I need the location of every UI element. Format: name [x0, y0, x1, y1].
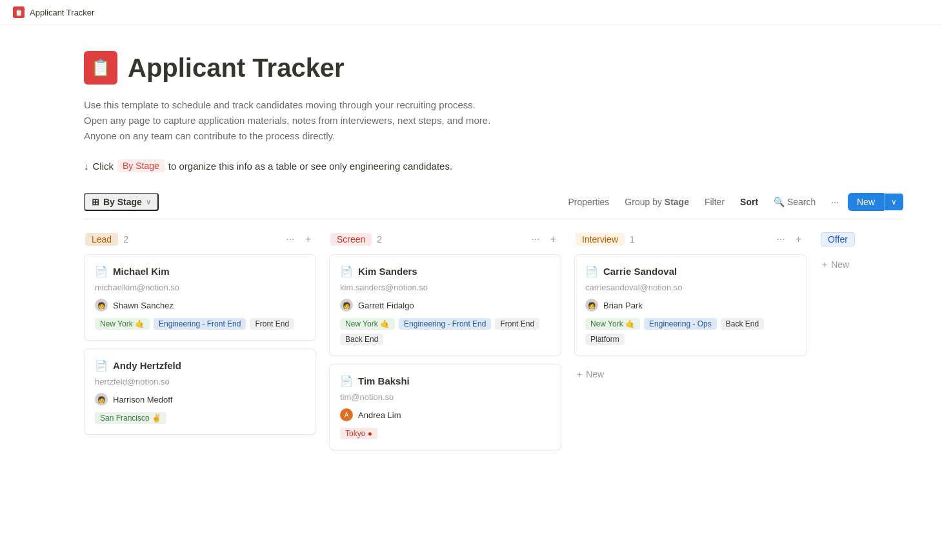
doc-icon: 📄: [95, 265, 108, 277]
new-card-offer-button[interactable]: + New: [819, 254, 903, 275]
avatar-brian: 🧑: [585, 299, 598, 312]
doc-icon: 📄: [95, 359, 108, 372]
tag-location: New York 🤙: [340, 318, 395, 330]
card-tags-michael-kim: New York 🤙 Engineering - Front End Front…: [95, 318, 305, 330]
tag-skill-frontend: Front End: [495, 318, 539, 330]
card-person-carrie: 🧑 Brian Park: [585, 299, 796, 312]
card-email-andy: hertzfeld@notion.so: [95, 377, 305, 386]
tag-location: San Francisco ✌: [95, 412, 166, 424]
more-options-button[interactable]: ···: [825, 194, 845, 210]
avatar-shawn: 🧑: [95, 299, 108, 312]
column-more-screen[interactable]: ···: [527, 232, 543, 246]
column-add-lead[interactable]: +: [301, 232, 315, 246]
avatar-garrett: 🧑: [340, 299, 353, 312]
column-add-screen[interactable]: +: [546, 232, 560, 246]
column-count-screen: 2: [377, 234, 522, 245]
card-tags-carrie: New York 🤙 Engineering - Ops Back End Pl…: [585, 318, 796, 345]
page-description: Use this template to schedule and track …: [84, 97, 903, 144]
view-icon: ⊞: [92, 197, 99, 207]
card-email-carrie: carriesandoval@notion.so: [585, 283, 796, 292]
new-card-label: New: [586, 369, 604, 379]
stage-badge-screen: Screen: [330, 233, 372, 246]
page-title: Applicant Tracker: [128, 54, 345, 83]
card-carrie-sandoval[interactable]: 📄 Carrie Sandoval carriesandoval@notion.…: [574, 254, 807, 356]
view-label: By Stage: [103, 197, 142, 207]
page-header: 📋 Applicant Tracker: [84, 51, 903, 85]
hint-text-1: Click: [93, 161, 114, 172]
search-label: Search: [787, 197, 816, 207]
person-name: Shawn Sanchez: [113, 301, 174, 310]
doc-icon: 📄: [340, 265, 353, 277]
plus-icon: +: [577, 369, 582, 379]
card-title-carrie: 📄 Carrie Sandoval: [585, 265, 796, 277]
card-michael-kim[interactable]: 📄 Michael Kim michaelkim@notion.so 🧑 Sha…: [84, 254, 316, 341]
card-person-kim: 🧑 Garrett Fidalgo: [340, 299, 550, 312]
card-title-andy: 📄 Andy Hertzfeld: [95, 359, 305, 372]
tag-skill-backend: Back End: [340, 334, 383, 345]
card-person-michael-kim: 🧑 Shawn Sanchez: [95, 299, 305, 312]
new-button-group: New ∨: [848, 193, 903, 211]
column-actions-lead: ··· +: [282, 232, 315, 246]
app-icon: 📋: [13, 6, 25, 18]
doc-icon: 📄: [340, 375, 353, 387]
candidate-name: Tim Bakshi: [358, 375, 410, 386]
person-name: Andrea Lim: [358, 410, 401, 420]
properties-button[interactable]: Properties: [562, 194, 616, 210]
card-email-kim: kim.sanders@notion.so: [340, 283, 550, 292]
by-stage-badge[interactable]: By Stage: [117, 159, 165, 172]
tag-location: New York 🤙: [585, 318, 640, 330]
search-button[interactable]: 🔍 Search: [767, 194, 822, 210]
description-line-3: Anyone on any team can contribute to the…: [84, 128, 903, 144]
plus-icon: +: [822, 259, 827, 270]
new-card-interview-button[interactable]: + New: [574, 364, 807, 385]
hint-arrow: ↓: [84, 161, 89, 172]
column-more-lead[interactable]: ···: [282, 232, 298, 246]
toolbar: ⊞ By Stage ∨ Properties Group by Stage F…: [84, 193, 903, 219]
avatar-andrea: A: [340, 408, 353, 421]
person-name: Garrett Fidalgo: [358, 301, 414, 310]
card-title-kim: 📄 Kim Sanders: [340, 265, 550, 277]
column-header-lead: Lead 2 ··· +: [84, 232, 316, 246]
stage-badge-lead: Lead: [85, 233, 118, 246]
card-kim-sanders[interactable]: 📄 Kim Sanders kim.sanders@notion.so 🧑 Ga…: [329, 254, 561, 356]
group-by-label: Group by: [625, 197, 662, 207]
tag-location: New York 🤙: [95, 318, 150, 330]
candidate-name: Carrie Sandoval: [603, 266, 677, 277]
tag-dept: Engineering - Front End: [399, 318, 491, 330]
column-header-screen: Screen 2 ··· +: [329, 232, 561, 246]
tag-dept: Engineering - Ops: [644, 318, 717, 330]
chevron-down-icon: ∨: [146, 198, 151, 206]
main-content: 📋 Applicant Tracker Use this template to…: [0, 25, 942, 484]
card-title-tim: 📄 Tim Bakshi: [340, 375, 550, 387]
stage-badge-offer: Offer: [821, 232, 855, 246]
new-main-button[interactable]: New: [848, 193, 884, 211]
new-dropdown-button[interactable]: ∨: [884, 194, 903, 210]
group-by-value: Stage: [665, 197, 689, 207]
column-lead: Lead 2 ··· + 📄 Michael Kim michaelkim@no…: [84, 232, 316, 443]
card-person-andy: 🧑 Harrison Medoff: [95, 393, 305, 406]
filter-button[interactable]: Filter: [698, 194, 731, 210]
column-add-interview[interactable]: +: [792, 232, 805, 246]
column-actions-interview: ··· +: [772, 232, 805, 246]
group-by-button[interactable]: Group by Stage: [618, 194, 696, 210]
column-count-interview: 1: [630, 234, 767, 245]
description-line-1: Use this template to schedule and track …: [84, 97, 903, 113]
card-person-tim: A Andrea Lim: [340, 408, 550, 421]
page-icon: 📋: [84, 51, 117, 85]
view-selector-button[interactable]: ⊞ By Stage ∨: [84, 193, 159, 211]
candidate-name: Michael Kim: [113, 266, 170, 277]
title-bar: 📋 Applicant Tracker: [0, 0, 942, 25]
card-andy-hertzfeld[interactable]: 📄 Andy Hertzfeld hertzfeld@notion.so 🧑 H…: [84, 348, 316, 435]
column-count-lead: 2: [123, 234, 277, 245]
tag-skill: Front End: [250, 318, 294, 330]
tag-location-tokyo: Tokyo ●: [340, 428, 377, 439]
column-header-interview: Interview 1 ··· +: [574, 232, 807, 246]
sort-button[interactable]: Sort: [734, 194, 765, 210]
card-email-tim: tim@notion.so: [340, 392, 550, 402]
new-card-label: New: [831, 259, 849, 270]
tag-dept: Engineering - Front End: [154, 318, 246, 330]
kanban-board: Lead 2 ··· + 📄 Michael Kim michaelkim@no…: [84, 232, 903, 458]
description-line-2: Open any page to capture application mat…: [84, 113, 903, 128]
column-more-interview[interactable]: ···: [772, 232, 788, 246]
card-tim-bakshi[interactable]: 📄 Tim Bakshi tim@notion.so A Andrea Lim …: [329, 364, 561, 450]
